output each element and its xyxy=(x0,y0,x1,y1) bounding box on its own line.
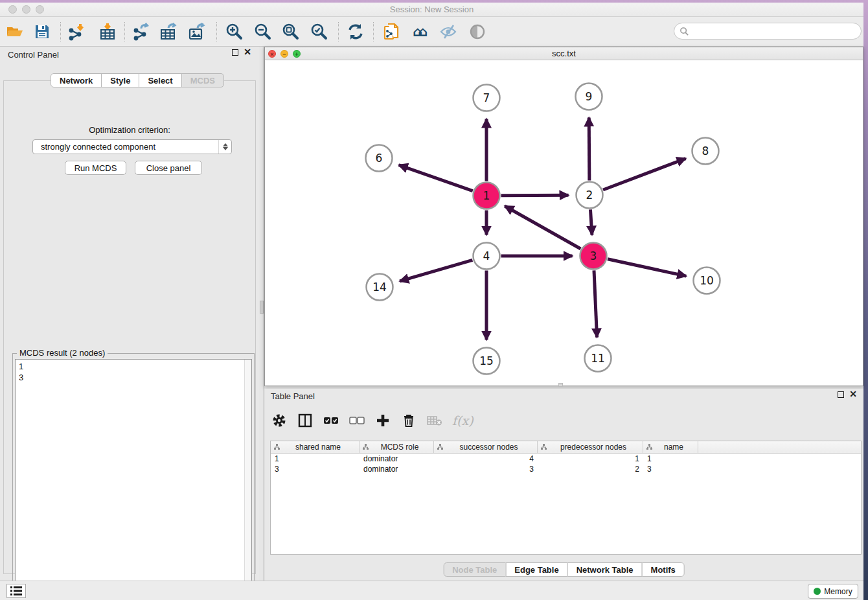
graph-edge-4-14[interactable] xyxy=(400,260,472,281)
zoom-fit-icon[interactable] xyxy=(280,21,302,42)
zoom-out-icon[interactable] xyxy=(252,21,274,42)
new-network-from-selection-icon[interactable] xyxy=(380,21,402,42)
split-view-icon[interactable] xyxy=(297,412,314,429)
attribute-tree-icon xyxy=(541,444,547,450)
tab-motifs[interactable]: Motifs xyxy=(642,562,685,577)
memory-button[interactable]: Memory xyxy=(808,584,858,599)
cell-1-MCDS-role[interactable]: dominator xyxy=(360,454,434,464)
criterion-value: strongly connected component xyxy=(33,142,218,152)
float-table-panel-icon[interactable] xyxy=(838,391,844,400)
tab-node-table[interactable]: Node Table xyxy=(443,562,506,577)
table-header-row: shared nameMCDS rolesuccessor nodesprede… xyxy=(271,441,861,454)
cell-1-predecessor-nodes[interactable]: 1 xyxy=(538,454,643,464)
session-title: Session: New Session xyxy=(0,5,863,14)
search-icon xyxy=(680,27,689,36)
zoom-selected-icon[interactable] xyxy=(308,21,330,42)
cell-2-shared-name[interactable]: 3 xyxy=(271,464,360,474)
divider-handle-icon[interactable] xyxy=(260,301,264,314)
table-panel: Table Panel ✕ xyxy=(264,389,863,581)
cell-1-shared-name[interactable]: 1 xyxy=(271,454,360,464)
float-panel-icon[interactable] xyxy=(232,49,238,58)
function-builder-icon: f(x) xyxy=(452,413,474,428)
task-history-button[interactable] xyxy=(6,584,26,598)
table-row-2[interactable]: 3dominator323 xyxy=(271,464,861,474)
mcds-tab-content: Optimization criterion: strongly connect… xyxy=(3,80,256,574)
export-image-icon[interactable] xyxy=(187,21,209,42)
network-view-window: × − + scc.txt 7968124314101511 xyxy=(264,47,863,386)
settings-gear-icon[interactable] xyxy=(271,412,288,429)
graph-node-label-4: 4 xyxy=(483,249,490,262)
graph-canvas[interactable]: 7968124314101511 xyxy=(265,60,863,386)
close-panel-icon[interactable]: ✕ xyxy=(244,49,251,55)
graph-edge-2-9[interactable] xyxy=(589,117,589,180)
tab-network-table[interactable]: Network Table xyxy=(567,562,643,577)
window-resize-handle[interactable] xyxy=(558,383,563,387)
import-table-icon[interactable] xyxy=(97,21,119,42)
graph-node-label-9: 9 xyxy=(586,90,593,103)
zoom-in-icon[interactable] xyxy=(223,21,246,42)
cell-2-MCDS-role[interactable]: dominator xyxy=(360,464,434,474)
delete-column-icon[interactable] xyxy=(400,412,417,429)
add-column-icon[interactable] xyxy=(374,412,391,429)
column-header-successor-nodes[interactable]: successor nodes xyxy=(434,441,538,453)
network-window-titlebar[interactable]: × − + scc.txt xyxy=(265,47,863,60)
tab-network[interactable]: Network xyxy=(51,73,102,87)
table-row-1[interactable]: 1dominator411 xyxy=(271,454,861,464)
graph-edge-3-10[interactable] xyxy=(608,259,686,276)
cell-2-name[interactable]: 3 xyxy=(643,464,698,474)
criterion-dropdown[interactable]: strongly connected component xyxy=(32,139,232,154)
unselect-all-columns-icon[interactable] xyxy=(348,412,365,429)
cell-2-successor-nodes[interactable]: 3 xyxy=(434,464,538,474)
tab-style[interactable]: Style xyxy=(101,73,139,87)
cell-1-name[interactable]: 1 xyxy=(643,454,698,464)
mcds-result-group: MCDS result (2 nodes) 1 3 xyxy=(12,353,255,600)
mcds-result-area[interactable]: 1 3 xyxy=(15,359,252,600)
first-neighbors-icon[interactable]: ⌂⌂ xyxy=(409,21,431,42)
cell-1-successor-nodes[interactable]: 4 xyxy=(434,454,538,464)
graph-edge-3-11[interactable] xyxy=(594,270,597,337)
graph-node-label-15: 15 xyxy=(479,354,494,367)
graph-edge-1-6[interactable] xyxy=(399,165,473,191)
hide-selected-icon[interactable] xyxy=(437,21,459,42)
save-session-icon[interactable] xyxy=(31,21,53,42)
export-table-icon[interactable] xyxy=(158,21,180,42)
apply-layout-icon[interactable] xyxy=(345,21,367,42)
tab-select[interactable]: Select xyxy=(139,73,181,87)
graph-node-label-3: 3 xyxy=(590,249,597,262)
mcds-result-title: MCDS result (2 nodes) xyxy=(17,348,108,358)
column-header-shared-name[interactable]: shared name xyxy=(271,441,360,453)
graph-edge-2-8[interactable] xyxy=(603,159,686,190)
panel-divider[interactable] xyxy=(259,47,264,581)
search-input[interactable] xyxy=(689,25,861,38)
graph-edge-2-3[interactable] xyxy=(590,209,591,235)
node-table: shared nameMCDS rolesuccessor nodesprede… xyxy=(270,441,862,555)
table-body: 1dominator4113dominator323 xyxy=(271,454,861,474)
run-mcds-button[interactable]: Run MCDS xyxy=(65,161,126,175)
column-header-MCDS-role[interactable]: MCDS role xyxy=(360,441,434,453)
close-table-panel-icon[interactable]: ✕ xyxy=(849,391,857,397)
table-panel-title: Table Panel xyxy=(271,391,315,401)
tab-mcds[interactable]: MCDS xyxy=(181,73,224,87)
close-panel-button[interactable]: Close panel xyxy=(135,161,202,175)
export-network-icon[interactable] xyxy=(130,21,152,42)
attribute-tree-icon xyxy=(437,444,443,450)
graph-edge-3-1[interactable] xyxy=(505,206,580,249)
cell-2-predecessor-nodes[interactable]: 2 xyxy=(538,464,643,474)
titlebar: Session: New Session xyxy=(0,3,863,17)
select-all-columns-icon[interactable] xyxy=(323,412,339,429)
mcds-result-text: 1 3 xyxy=(19,361,23,383)
optimization-criterion-label: Optimization criterion: xyxy=(4,125,255,135)
control-panel-title: Control Panel xyxy=(8,50,59,60)
open-session-icon[interactable] xyxy=(4,21,26,42)
result-scrollbar[interactable] xyxy=(244,360,251,599)
tab-edge-table[interactable]: Edge Table xyxy=(505,562,567,577)
import-network-icon[interactable] xyxy=(65,21,87,42)
table-toolbar: f(x) xyxy=(271,408,474,433)
graph-node-label-1: 1 xyxy=(483,189,490,202)
attribute-tree-icon xyxy=(274,444,280,450)
column-header-name[interactable]: name xyxy=(643,441,698,453)
search-field[interactable] xyxy=(674,23,862,40)
column-header-predecessor-nodes[interactable]: predecessor nodes xyxy=(538,441,643,453)
graph-edge-1-2[interactable] xyxy=(501,195,568,196)
dropdown-stepper-icon xyxy=(218,140,231,154)
